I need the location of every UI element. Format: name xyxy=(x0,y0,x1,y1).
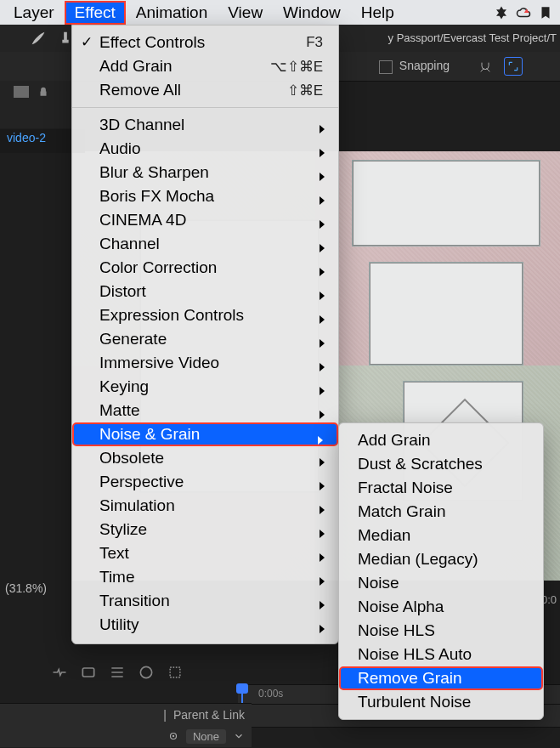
menu-layer[interactable]: Layer xyxy=(3,1,65,25)
bookmark-icon xyxy=(538,5,553,20)
menu-color-correction[interactable]: Color Correction xyxy=(72,256,338,280)
menu-animation[interactable]: Animation xyxy=(126,1,218,25)
brush-icon[interactable] xyxy=(29,29,48,48)
menu-time[interactable]: Time xyxy=(72,565,338,589)
chevron-right-icon xyxy=(318,596,326,615)
submenu-item-label: Turbulent Noise xyxy=(358,693,471,711)
chevron-right-icon xyxy=(318,572,326,591)
layer-row[interactable]: None xyxy=(0,725,252,747)
chevron-right-icon xyxy=(318,501,326,519)
menu-generate[interactable]: Generate xyxy=(72,327,338,351)
parent-dropdown[interactable]: None xyxy=(186,729,226,744)
menu-item-label: Remove All xyxy=(99,81,287,99)
timeline-icon-3[interactable] xyxy=(109,664,126,681)
layer-header-bar: | xyxy=(163,708,167,722)
timeline-icon-4[interactable] xyxy=(138,664,155,681)
submenu-noise-hls-auto[interactable]: Noise HLS Auto xyxy=(339,643,543,666)
snapping-checkbox[interactable] xyxy=(379,60,393,74)
menu-audio[interactable]: Audio xyxy=(72,137,338,161)
chevron-right-icon xyxy=(318,310,326,329)
menu-item-label: Utility xyxy=(99,615,323,634)
timeline-icon-2[interactable] xyxy=(80,664,97,681)
menu-immersive-video[interactable]: Immersive Video xyxy=(72,351,338,375)
menu-item-label: Transition xyxy=(99,592,323,610)
menu-item-label: Stylize xyxy=(99,520,323,539)
submenu-turbulent-noise[interactable]: Turbulent Noise xyxy=(339,690,543,714)
submenu-fractal-noise[interactable]: Fractal Noise xyxy=(339,476,543,500)
menu-3d-channel[interactable]: 3D Channel xyxy=(72,113,338,137)
zoom-readout[interactable]: (31.8%) xyxy=(5,581,47,595)
submenu-remove-grain[interactable]: Remove Grain xyxy=(339,666,543,690)
composition-tab-label: video-2 xyxy=(7,131,46,144)
menu-noise-grain[interactable]: Noise & Grain xyxy=(72,422,338,446)
submenu-add-grain[interactable]: Add Grain xyxy=(339,428,543,452)
noise-grain-submenu: Add Grain Dust & Scratches Fractal Noise… xyxy=(338,422,544,720)
menu-item-label: Add Grain xyxy=(99,57,270,76)
menu-remove-all[interactable]: Remove All ⇧⌘E xyxy=(72,78,338,102)
menu-channel[interactable]: Channel xyxy=(72,232,338,256)
menu-item-label: Keying xyxy=(99,377,323,396)
menu-help[interactable]: Help xyxy=(351,1,404,25)
menu-stylize[interactable]: Stylize xyxy=(72,518,338,541)
svg-rect-2 xyxy=(170,667,180,677)
submenu-noise-hls[interactable]: Noise HLS xyxy=(339,619,543,643)
submenu-item-label: Match Grain xyxy=(358,502,445,521)
menu-item-label: 3D Channel xyxy=(99,116,323,134)
menu-perspective[interactable]: Perspective xyxy=(72,470,338,494)
chevron-right-icon xyxy=(318,239,326,258)
menu-add-grain[interactable]: Add Grain ⌥⇧⌘E xyxy=(72,54,338,78)
menu-distort[interactable]: Distort xyxy=(72,280,338,303)
menu-item-label: Time xyxy=(99,568,323,586)
svg-point-1 xyxy=(140,666,151,677)
menu-matte[interactable]: Matte xyxy=(72,399,338,422)
project-thumb xyxy=(14,86,29,98)
magnet-icon[interactable] xyxy=(478,59,492,73)
menu-transition[interactable]: Transition xyxy=(72,589,338,613)
menu-item-label: CINEMA 4D xyxy=(99,211,323,230)
chevron-down-icon[interactable] xyxy=(233,730,245,742)
menu-utility[interactable]: Utility xyxy=(72,613,338,637)
snapping-toggle[interactable]: Snapping xyxy=(379,59,450,73)
menu-obsolete[interactable]: Obsolete xyxy=(72,446,338,470)
menu-simulation[interactable]: Simulation xyxy=(72,494,338,518)
submenu-item-label: Remove Grain xyxy=(358,669,462,688)
menu-boris-fx[interactable]: Boris FX Mocha xyxy=(72,184,338,208)
lock-icon xyxy=(37,86,49,98)
timeline-icon-1[interactable] xyxy=(51,664,68,681)
menu-window[interactable]: Window xyxy=(273,1,351,25)
menu-blur-sharpen[interactable]: Blur & Sharpen xyxy=(72,161,338,184)
chevron-right-icon xyxy=(318,477,326,496)
snap-expand-icon[interactable] xyxy=(504,57,523,76)
submenu-noise[interactable]: Noise xyxy=(339,571,543,595)
svg-rect-0 xyxy=(82,668,93,677)
menu-cinema4d[interactable]: CINEMA 4D xyxy=(72,208,338,232)
menu-text[interactable]: Text xyxy=(72,541,338,565)
menu-item-label: Effect Controls xyxy=(99,33,306,52)
chevron-right-icon xyxy=(318,405,326,424)
menu-effect-controls[interactable]: Effect Controls F3 xyxy=(72,31,338,54)
submenu-item-label: Median (Legacy) xyxy=(358,550,478,569)
submenu-item-label: Fractal Noise xyxy=(358,479,453,497)
menu-item-label: Text xyxy=(99,544,323,563)
menu-view[interactable]: View xyxy=(218,1,273,25)
playhead[interactable] xyxy=(241,685,243,704)
pickwhip-icon[interactable] xyxy=(167,730,179,742)
time-ruler-start: 0:00s xyxy=(258,688,283,700)
submenu-item-label: Noise xyxy=(358,574,399,592)
submenu-dust-scratches[interactable]: Dust & Scratches xyxy=(339,452,543,476)
menu-effect[interactable]: Effect xyxy=(65,1,126,25)
submenu-noise-alpha[interactable]: Noise Alpha xyxy=(339,595,543,619)
menu-expression-controls[interactable]: Expression Controls xyxy=(72,303,338,327)
submenu-match-grain[interactable]: Match Grain xyxy=(339,500,543,524)
menu-shortcut: ⇧⌘E xyxy=(287,82,323,99)
chevron-right-icon xyxy=(318,263,326,281)
menu-shortcut: ⌥⇧⌘E xyxy=(270,58,323,76)
menu-item-label: Immersive Video xyxy=(99,354,323,372)
menu-separator xyxy=(72,107,338,108)
menu-item-label: Blur & Sharpen xyxy=(99,163,323,182)
timeline-icon-5[interactable] xyxy=(167,664,184,681)
menu-keying[interactable]: Keying xyxy=(72,375,338,399)
submenu-median[interactable]: Median xyxy=(339,524,543,547)
submenu-median-legacy[interactable]: Median (Legacy) xyxy=(339,547,543,571)
menu-item-label: Perspective xyxy=(99,473,323,491)
